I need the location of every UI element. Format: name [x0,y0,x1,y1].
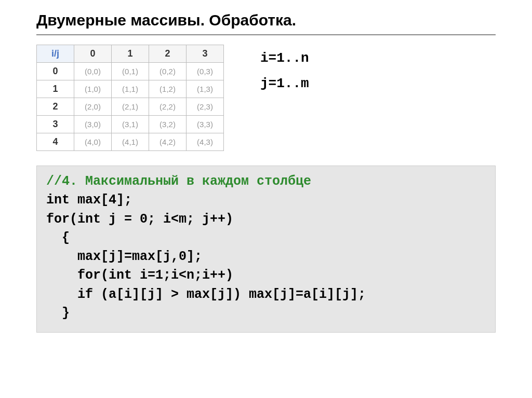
cell: (2,2) [149,98,187,116]
code-line: int max[4]; [46,193,132,208]
code-line: } [46,306,70,321]
code-block: //4. Максимальный в каждом столбце int m… [36,166,496,333]
array-index-table: i/j 0 1 2 3 0 (0,0) (0,1) (0,2) (0,3) 1 … [36,45,224,151]
table-corner: i/j [37,45,74,63]
range-i: i=1..n [260,46,309,71]
col-header: 0 [74,45,112,63]
cell: (4,2) [149,133,187,151]
code-line: for(int i=1;i<n;i++) [46,268,233,283]
slide-title: Двумерные массивы. Обработка. [36,11,496,35]
upper-row: i/j 0 1 2 3 0 (0,0) (0,1) (0,2) (0,3) 1 … [36,45,496,151]
cell: (2,3) [187,98,224,116]
row-header: 0 [37,63,74,80]
cell: (3,0) [74,116,112,133]
cell: (0,1) [112,63,149,80]
row-header: 4 [37,133,74,151]
code-line: if (a[i][j] > max[j]) max[j]=a[i][j]; [46,287,366,302]
table-row: 0 (0,0) (0,1) (0,2) (0,3) [37,63,224,80]
code-line: { [46,230,70,245]
cell: (4,3) [187,133,224,151]
index-ranges: i=1..n j=1..m [260,45,309,151]
cell: (2,0) [74,98,112,116]
col-header: 2 [149,45,187,63]
cell: (0,0) [74,63,112,80]
cell: (1,2) [149,80,187,98]
row-header: 2 [37,98,74,116]
row-header: 1 [37,80,74,98]
cell: (3,1) [112,116,149,133]
cell: (0,2) [149,63,187,80]
table-row: 1 (1,0) (1,1) (1,2) (1,3) [37,80,224,98]
table-row: 4 (4,0) (4,1) (4,2) (4,3) [37,133,224,151]
cell: (4,0) [74,133,112,151]
cell: (1,1) [112,80,149,98]
table-header-row: i/j 0 1 2 3 [37,45,224,63]
row-header: 3 [37,116,74,133]
cell: (1,0) [74,80,112,98]
cell: (2,1) [112,98,149,116]
col-header: 3 [187,45,224,63]
range-j: j=1..m [260,71,309,97]
table-row: 2 (2,0) (2,1) (2,2) (2,3) [37,98,224,116]
slide: Двумерные массивы. Обработка. i/j 0 1 2 … [0,0,532,348]
cell: (4,1) [112,133,149,151]
code-line: max[j]=max[j,0]; [46,249,202,264]
cell: (1,3) [187,80,224,98]
cell: (3,3) [187,116,224,133]
code-line: for(int j = 0; i<m; j++) [46,212,233,227]
table-row: 3 (3,0) (3,1) (3,2) (3,3) [37,116,224,133]
col-header: 1 [112,45,149,63]
cell: (0,3) [187,63,224,80]
code-comment: //4. Максимальный в каждом столбце [46,174,311,189]
cell: (3,2) [149,116,187,133]
